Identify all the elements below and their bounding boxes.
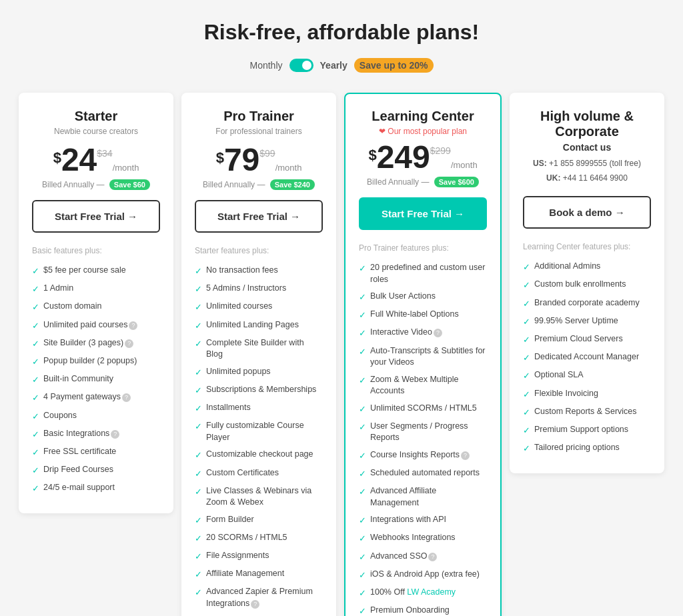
tooltip-icon[interactable]: ? <box>122 393 131 402</box>
feature-text: Bulk User Actions <box>370 291 436 303</box>
feature-list-high_volume: ✓ Additional Admins ✓ Custom bulk enroll… <box>523 258 651 457</box>
plan-name-starter: Starter <box>32 109 160 124</box>
check-icon: ✓ <box>32 301 39 313</box>
feature-item: ✓ 24/5 e-mail support <box>32 479 160 497</box>
check-icon: ✓ <box>32 338 39 350</box>
tooltip-icon[interactable]: ? <box>129 321 137 330</box>
feature-item: ✓ $5 fee per course sale <box>32 262 160 280</box>
check-icon: ✓ <box>359 569 366 581</box>
tooltip-icon[interactable]: ? <box>428 553 437 561</box>
tooltip-icon[interactable]: ? <box>125 339 133 348</box>
feature-text: Tailored pricing options <box>534 442 620 454</box>
cta-button-learning_center[interactable]: Start Free Trial → <box>359 197 487 230</box>
check-icon: ✓ <box>32 429 39 441</box>
feature-text: 5 Admins / Instructors <box>206 283 286 295</box>
check-icon: ✓ <box>359 421 366 433</box>
feature-item: ✓ Course Insights Reports? <box>359 447 487 465</box>
feature-item: ✓ Drip Feed Courses <box>32 461 160 479</box>
tooltip-icon[interactable]: ? <box>434 329 442 337</box>
feature-text: Flexible Invoicing <box>534 388 598 400</box>
feature-item: ✓ Unlimited SCORMs / HTML5 <box>359 400 487 418</box>
tooltip-icon[interactable]: ? <box>461 451 470 460</box>
feature-item: ✓ Unlimited paid courses? <box>32 317 160 335</box>
cta-button-starter[interactable]: Start Free Trial → <box>32 200 160 233</box>
billing-toggle: Monthly Yearly Save up to 20% <box>13 58 670 73</box>
feature-item: ✓ Flexible Invoicing <box>523 385 651 403</box>
feature-text: Unlimited SCORMs / HTML5 <box>370 403 477 415</box>
check-icon: ✓ <box>32 411 39 423</box>
plan-card-starter: StarterNewbie course creators $24$34/mon… <box>19 93 173 513</box>
check-icon: ✓ <box>523 389 530 401</box>
features-label-learning_center: Pro Trainer features plus: <box>359 243 487 253</box>
feature-text: Advanced SSO? <box>370 551 437 563</box>
feature-item: ✓ Unlimited popups <box>195 363 323 381</box>
feature-item: ✓ Site Builder (3 pages)? <box>32 335 160 353</box>
check-icon: ✓ <box>195 486 202 498</box>
feature-item: ✓ Branded corporate academy <box>523 295 651 313</box>
plan-card-pro_trainer: Pro TrainerFor professional trainers $79… <box>181 93 336 616</box>
feature-list-learning_center: ✓ 20 predefined and custom user roles ✓ … <box>359 259 487 616</box>
feature-text: Complete Site Builder with Blog <box>206 337 323 361</box>
check-icon: ✓ <box>195 320 202 332</box>
check-icon: ✓ <box>195 265 202 277</box>
page-title: Risk-free, affordable plans! <box>13 20 670 45</box>
price-amount: 24 <box>61 142 97 177</box>
check-icon: ✓ <box>32 356 39 368</box>
feature-text: Coupons <box>43 410 77 422</box>
feature-item: ✓ 1 Admin <box>32 280 160 298</box>
price-old: $299 <box>430 145 451 156</box>
check-icon: ✓ <box>523 334 530 346</box>
feature-item: ✓ Premium Onboarding <box>359 602 487 616</box>
feature-item: ✓ User Segments / Progress Reports <box>359 418 487 447</box>
check-icon: ✓ <box>195 385 202 397</box>
plan-name-pro_trainer: Pro Trainer <box>195 109 323 124</box>
plan-name-high_volume: High volume & Corporate <box>523 109 651 139</box>
feature-text: Optional SLA <box>534 369 584 381</box>
feature-item: ✓ Advanced Affiliate Management <box>359 483 487 511</box>
feature-text: Scheduled automated reports <box>370 467 480 479</box>
feature-item: ✓ 99.95% Server Uptime <box>523 313 651 331</box>
plans-container: StarterNewbie course creators $24$34/mon… <box>15 93 668 616</box>
cta-button-high_volume[interactable]: Book a demo → <box>523 196 651 229</box>
feature-text: Subscriptions & Memberships <box>206 384 316 396</box>
price-period: /month <box>275 163 302 173</box>
feature-text: 4 Payment gateways? <box>43 391 131 403</box>
cta-button-pro_trainer[interactable]: Start Free Trial → <box>195 200 323 233</box>
feature-text: Advanced Zapier & Premium Integrations? <box>206 586 323 609</box>
feature-item: ✓ 4 Payment gateways? <box>32 389 160 407</box>
save-badge: Save up to 20% <box>354 58 434 73</box>
check-icon: ✓ <box>195 403 202 415</box>
feature-text: Drip Feed Courses <box>43 464 113 476</box>
check-icon: ✓ <box>359 551 366 563</box>
feature-item: ✓ Custom bulk enrollments <box>523 276 651 294</box>
billing-row-starter: Billed Annually — Save $60 <box>32 180 160 189</box>
check-icon: ✓ <box>359 587 366 599</box>
feature-item: ✓ Advanced Zapier & Premium Integrations… <box>195 583 323 612</box>
feature-item: ✓ Webhooks Integrations <box>359 529 487 547</box>
feature-text: Form Builder <box>206 514 254 526</box>
feature-text: Zoom & Webex Multiple Accounts <box>370 374 487 397</box>
feature-item: ✓ Optional SLA <box>523 367 651 385</box>
check-icon: ✓ <box>32 465 39 477</box>
features-label-pro_trainer: Starter features plus: <box>195 246 323 255</box>
feature-text: Fully customizable Course Player <box>206 420 323 443</box>
feature-item: ✓ Unlimited courses <box>195 298 323 316</box>
check-icon: ✓ <box>523 298 530 310</box>
feature-item: ✓ 5 Admins / Instructors <box>195 280 323 298</box>
feature-item: ✓ Basic Integrations? <box>32 425 160 443</box>
check-icon: ✓ <box>523 279 530 291</box>
tooltip-icon[interactable]: ? <box>251 600 259 609</box>
billing-save-pro_trainer: Save $240 <box>270 179 315 190</box>
feature-item: ✓ Complete Site Builder with Blog <box>195 335 323 363</box>
check-icon: ✓ <box>32 320 39 332</box>
billing-toggle-switch[interactable] <box>289 59 313 72</box>
check-icon: ✓ <box>359 375 366 387</box>
lw-academy-link[interactable]: LW Academy <box>407 587 456 597</box>
feature-text: Custom bulk enrollments <box>534 279 626 291</box>
feature-text: Auto-Transcripts & Subtitles for your Vi… <box>370 345 487 369</box>
feature-item: ✓ Question Banks <box>195 612 323 616</box>
tooltip-icon[interactable]: ? <box>111 430 119 439</box>
yearly-label: Yearly <box>320 60 348 71</box>
feature-item: ✓ Dedicated Account Manager <box>523 349 651 367</box>
feature-text: Unlimited courses <box>206 301 272 313</box>
